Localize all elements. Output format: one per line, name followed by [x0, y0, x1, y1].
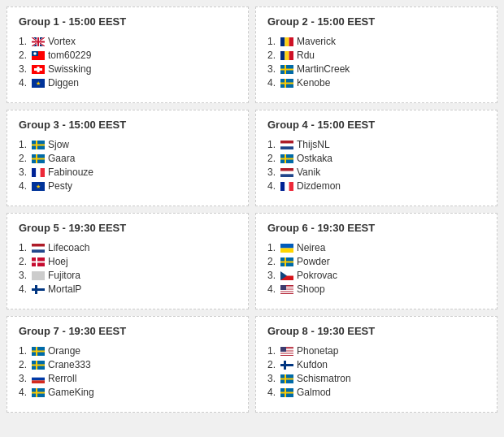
svg-rect-23 [289, 37, 293, 46]
svg-rect-21 [280, 37, 285, 46]
player-number: 4. [19, 180, 32, 192]
list-item: 4.Kenobe [267, 77, 485, 89]
svg-rect-80 [280, 292, 293, 293]
player-number: 1. [267, 36, 280, 47]
list-item: 2.Hoej [19, 256, 237, 267]
player-flag [280, 361, 293, 370]
list-item: 2.Gaara [19, 153, 237, 164]
player-name: Fabinouze [48, 167, 93, 178]
list-item: 3.MartinCreek [267, 63, 485, 75]
list-item: 4.Galmod [267, 387, 485, 398]
svg-rect-12 [32, 41, 45, 42]
list-item: 1.ThijsNL [267, 139, 485, 150]
player-flag [280, 182, 293, 191]
group-title-4: Group 4 - 15:00 EEST [267, 119, 485, 131]
svg-rect-35 [32, 144, 45, 145]
player-flag [280, 285, 293, 294]
svg-rect-62 [32, 271, 45, 280]
player-flag [32, 65, 45, 74]
svg-rect-18 [34, 68, 42, 71]
player-number: 2. [267, 359, 280, 370]
group-box-6: Group 6 - 19:30 EEST1.Neirea2.Powder3.Po… [255, 213, 497, 309]
player-name: Pokrovac [297, 270, 337, 281]
player-number: 3. [19, 270, 32, 281]
list-item: 3.Fabinouze [19, 167, 237, 178]
group-title-6: Group 6 - 19:30 EEST [267, 222, 485, 234]
player-name: Vanik [297, 167, 320, 178]
player-name: MortalP [48, 283, 81, 295]
svg-rect-65 [32, 288, 45, 291]
list-item: 2.Powder [267, 256, 485, 267]
player-list-8: 1.Phonetap2.Kufdon3.Schismatron4.Galmod [267, 345, 485, 398]
player-name: Gaara [48, 153, 75, 164]
player-number: 3. [267, 373, 280, 384]
player-flag [32, 244, 45, 253]
svg-rect-38 [32, 158, 45, 159]
player-name: Swissking [48, 63, 91, 75]
svg-rect-25 [285, 51, 289, 60]
player-flag [280, 388, 293, 397]
player-number: 1. [267, 139, 280, 150]
svg-rect-51 [280, 171, 293, 174]
player-list-3: 1.Sjow2.Gaara3.Fabinouze4.★Pesty [19, 139, 237, 192]
list-item: 3.Vanik [267, 167, 485, 178]
player-name: Schismatron [297, 373, 351, 384]
group-title-1: Group 1 - 15:00 EEST [19, 15, 237, 28]
svg-rect-22 [285, 37, 289, 46]
player-flag [32, 257, 45, 266]
list-item: 1.Vortex [19, 36, 237, 47]
group-title-7: Group 7 - 19:30 EEST [19, 325, 237, 337]
svg-rect-99 [280, 353, 293, 353]
svg-rect-52 [280, 174, 293, 177]
player-flag [32, 168, 45, 177]
list-item: 2.tom60229 [19, 50, 237, 61]
svg-rect-45 [280, 143, 293, 146]
player-number: 3. [19, 63, 32, 75]
group-title-5: Group 5 - 19:30 EEST [19, 222, 237, 234]
svg-rect-40 [36, 168, 40, 177]
svg-rect-81 [280, 285, 286, 290]
player-name: Shoop [297, 283, 325, 295]
svg-rect-87 [32, 364, 45, 366]
player-flag [280, 37, 293, 46]
player-number: 4. [267, 180, 280, 192]
svg-rect-46 [280, 146, 293, 149]
svg-rect-54 [285, 182, 289, 191]
player-flag [280, 65, 293, 74]
player-number: 4. [267, 387, 280, 398]
list-item: 3.Pokrovac [267, 270, 485, 281]
player-name: Maverick [297, 36, 336, 47]
player-flag [32, 271, 45, 280]
player-list-6: 1.Neirea2.Powder3.Pokrovac4.Shoop [267, 242, 485, 295]
svg-rect-101 [280, 347, 286, 352]
player-list-1: 1.Vortex2.tom602293.Swissking4.★Diggen [19, 36, 237, 89]
player-flag [280, 141, 293, 149]
player-flag [32, 51, 45, 60]
player-number: 3. [19, 167, 32, 178]
svg-rect-88 [32, 374, 45, 378]
svg-rect-32 [280, 82, 293, 84]
player-name: Rerroll [48, 373, 76, 384]
svg-rect-79 [280, 291, 293, 292]
svg-rect-49 [280, 158, 293, 159]
player-flag [32, 361, 45, 370]
player-name: Dizdemon [297, 180, 341, 192]
player-name: Lifecoach [48, 242, 89, 253]
group-box-4: Group 4 - 15:00 EEST1.ThijsNL2.Ostkaka3.… [255, 110, 497, 206]
player-name: Hoej [48, 256, 68, 267]
player-flag [280, 244, 293, 253]
player-number: 4. [267, 283, 280, 295]
svg-rect-56 [32, 244, 45, 247]
svg-text:★: ★ [36, 184, 41, 189]
player-flag [32, 388, 45, 397]
svg-rect-110 [280, 392, 293, 393]
player-number: 2. [267, 50, 280, 61]
list-item: 3.Schismatron [267, 373, 485, 384]
svg-rect-107 [280, 378, 293, 379]
player-number: 3. [19, 373, 32, 384]
player-number: 2. [19, 256, 32, 267]
player-name: GameKing [48, 387, 94, 398]
group-box-2: Group 2 - 15:00 EEST1.Maverick2.Rdu3.Mar… [255, 6, 497, 103]
svg-rect-61 [32, 261, 45, 262]
player-number: 3. [267, 270, 280, 281]
